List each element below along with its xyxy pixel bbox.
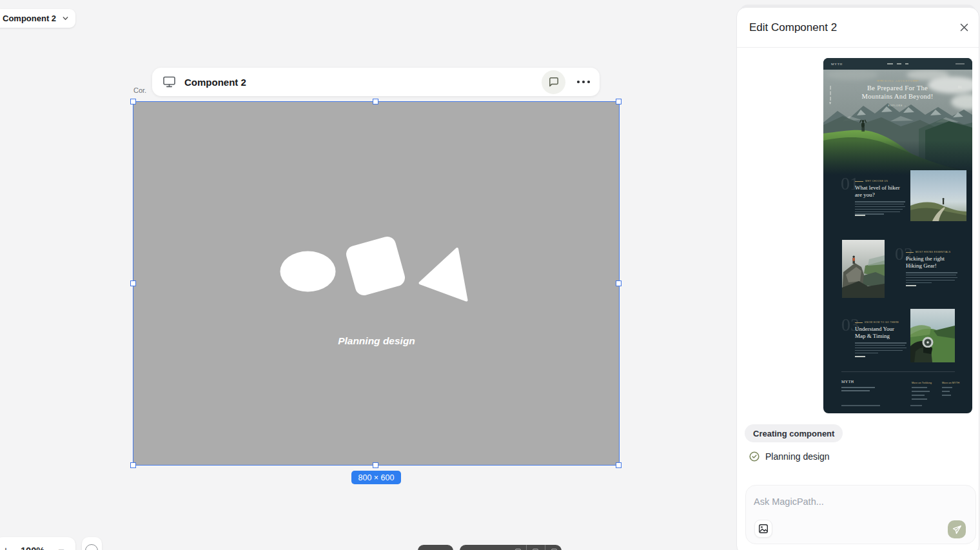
svg-text:Planning design: Planning design (338, 335, 415, 346)
svg-text:01: 01 (958, 85, 962, 89)
svg-text:A HIKING ADVENTURE: A HIKING ADVENTURE (877, 79, 917, 83)
svg-text:Be Prepared For The: Be Prepared For The (867, 84, 928, 92)
svg-text:Mountains And Beyond!: Mountains And Beyond! (861, 93, 933, 100)
svg-text:EXPLORE →: EXPLORE → (888, 104, 907, 107)
